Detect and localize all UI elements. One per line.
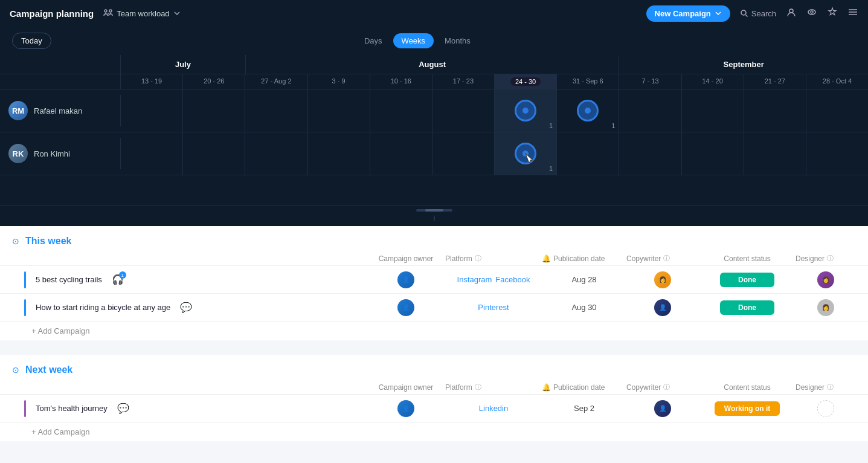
pinterest-link-2[interactable]: Pinterest xyxy=(478,303,509,312)
add-campaign-label-2: + Add Campaign xyxy=(31,427,89,436)
person-row-rafael: RM Rafael makan 1 1 xyxy=(0,89,868,132)
col-header-platform: Platform ⓘ xyxy=(445,254,542,263)
col-header-pubdate: 🔔 Publication date xyxy=(542,254,626,263)
search-button[interactable]: Search xyxy=(740,9,776,18)
svg-point-0 xyxy=(104,10,107,12)
week-col-2: 27 - Aug 2 xyxy=(245,74,307,89)
cell-r-9 xyxy=(682,89,744,132)
days-tab[interactable]: Days xyxy=(356,33,391,48)
cell-r-5 xyxy=(432,89,495,132)
status-badge-tom[interactable]: Working on it xyxy=(715,401,780,416)
drag-handle[interactable]: ⁞ xyxy=(433,214,436,222)
this-week-col-headers: Campaign owner Platform ⓘ 🔔 Publication … xyxy=(0,251,868,266)
pubdate-col-tom: Sep 2 xyxy=(542,404,626,413)
cell-r-7-dot[interactable]: 1 xyxy=(557,89,619,132)
today-button[interactable]: Today xyxy=(12,33,51,49)
next-week-section: ⊙ Next week Campaign owner Platform ⓘ 🔔 … xyxy=(0,355,868,441)
this-week-campaign-row-1: 5 best cycling trails 🎧 1 👤 Instagram Fa… xyxy=(0,266,868,294)
rafael-dot-aug31 xyxy=(577,100,599,121)
next-week-campaign-row-1: Tom's health journey 💬 👤 Linkedin Sep 2 … xyxy=(0,395,868,423)
user-icon xyxy=(786,7,797,18)
this-week-section: ⊙ This week Campaign owner Platform ⓘ 🔔 … xyxy=(0,226,868,340)
weeks-tab[interactable]: Weeks xyxy=(393,33,434,48)
instagram-link-1[interactable]: Instagram xyxy=(457,275,492,284)
search-icon xyxy=(740,9,748,18)
svg-point-3 xyxy=(789,9,793,13)
col-header-designer-nw: Designer ⓘ xyxy=(796,383,856,392)
status-badge-2[interactable]: Done xyxy=(720,300,774,315)
linkedin-link-tom[interactable]: Linkedin xyxy=(479,404,508,413)
person-info-ron: RK Ron Kimhi xyxy=(0,138,121,169)
copywriter-col-2: 👤 xyxy=(626,299,699,316)
notification-icon-wrapper-1: 🎧 1 xyxy=(112,274,124,285)
new-campaign-button[interactable]: New Campaign xyxy=(646,5,730,22)
col-platform-label: Platform xyxy=(445,254,472,263)
next-week-chevron[interactable]: ⊙ xyxy=(12,365,19,375)
bell-icon-this: 🔔 xyxy=(542,254,551,263)
cell-r-4 xyxy=(370,89,432,132)
month-august: August xyxy=(246,55,620,74)
ron-dot-aug24 xyxy=(515,143,536,164)
menu-icon-button[interactable] xyxy=(847,7,858,20)
pubdate-value-tom: Sep 2 xyxy=(574,404,594,413)
designer-avatar-tom xyxy=(817,400,834,417)
col-copywriter-label-nw: Copywriter xyxy=(626,383,661,392)
owner-col-1: 👤 xyxy=(367,271,445,288)
platform-col-2: Pinterest xyxy=(445,303,542,312)
cell-rk-3 xyxy=(308,132,370,175)
copywriter-avatar-2: 👤 xyxy=(654,299,671,316)
col-header-status: Content status xyxy=(699,254,796,263)
designer-avatar-2: 👩 xyxy=(817,299,834,316)
col-copywriter-label: Copywriter xyxy=(626,254,661,263)
comment-icon-2[interactable]: 💬 xyxy=(180,302,192,313)
designer-col-2: 👩 xyxy=(796,299,856,316)
avatar-ron: RK xyxy=(8,144,28,163)
cell-rk-10 xyxy=(744,132,806,175)
col-header-owner: Campaign owner xyxy=(367,254,445,263)
eye-icon xyxy=(806,7,817,18)
scroll-indicator: ⁞ xyxy=(0,206,868,226)
week-col-9: 14 - 20 xyxy=(682,74,744,89)
cell-rk-6-dot[interactable]: 1 xyxy=(495,132,557,175)
week-cells-rafael: 1 1 xyxy=(121,89,868,132)
menu-icon xyxy=(847,7,858,18)
status-badge-1[interactable]: Done xyxy=(720,273,774,287)
week-col-1: 20 - 26 xyxy=(183,74,245,89)
status-col-tom: Working on it xyxy=(699,401,796,416)
cell-count-r6: 1 xyxy=(549,122,553,129)
cell-r-3 xyxy=(308,89,370,132)
cell-rk-9 xyxy=(682,132,744,175)
week-cells-ron: 1 xyxy=(121,132,868,175)
campaign-title-tom[interactable]: Tom's health journey xyxy=(36,404,108,413)
campaign-border-tom xyxy=(24,400,26,417)
months-tab[interactable]: Months xyxy=(436,33,479,48)
owner-col-2: 👤 xyxy=(367,299,445,316)
this-week-chevron[interactable]: ⊙ xyxy=(12,236,19,246)
new-campaign-dropdown-icon xyxy=(715,10,722,17)
week-col-10: 21 - 27 xyxy=(744,74,806,89)
comment-icon-tom[interactable]: 💬 xyxy=(117,403,129,414)
svg-point-2 xyxy=(741,10,746,15)
copywriter-col-tom: 👤 xyxy=(626,400,699,417)
campaign-title-cycling[interactable]: 5 best cycling trails xyxy=(36,275,102,284)
new-campaign-label: New Campaign xyxy=(655,9,711,18)
this-week-add-campaign[interactable]: + Add Campaign xyxy=(0,322,868,340)
col-header-owner-nw: Campaign owner xyxy=(367,383,445,392)
cell-rk-2 xyxy=(245,132,307,175)
user-icon-button[interactable] xyxy=(786,7,797,20)
col-header-designer: Designer ⓘ xyxy=(796,254,856,263)
owner-col-tom: 👤 xyxy=(367,400,445,417)
platform-info-icon-nw: ⓘ xyxy=(475,383,481,392)
cell-r-6-dot[interactable]: 1 xyxy=(495,89,557,132)
next-week-add-campaign[interactable]: + Add Campaign xyxy=(0,423,868,441)
pubdate-value-1: Aug 28 xyxy=(571,275,596,284)
col-owner-label-nw: Campaign owner xyxy=(379,383,434,392)
facebook-link-1[interactable]: Facebook xyxy=(495,275,530,284)
week-headers: 13 - 19 20 - 26 27 - Aug 2 3 - 9 10 - 16… xyxy=(0,74,868,89)
campaign-title-bicycle[interactable]: How to start riding a bicycle at any age xyxy=(36,303,170,312)
pin-icon-button[interactable] xyxy=(827,7,838,20)
team-workload-button[interactable]: Team workload xyxy=(103,8,180,18)
eye-icon-button[interactable] xyxy=(806,7,817,20)
copywriter-info-icon-nw: ⓘ xyxy=(663,383,670,392)
add-campaign-label-1: + Add Campaign xyxy=(31,326,89,335)
